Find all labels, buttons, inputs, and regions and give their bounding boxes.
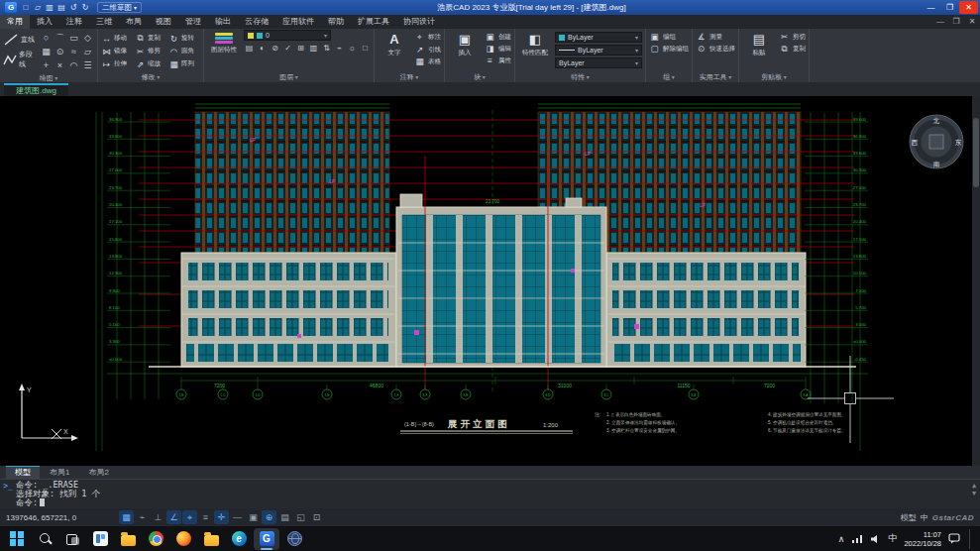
- ribbon-tab-插入[interactable]: 插入: [30, 15, 59, 29]
- modify-tool-阵列[interactable]: ▦阵列: [168, 57, 200, 70]
- save-icon[interactable]: ▥: [44, 3, 55, 12]
- compass-east-label[interactable]: 东: [955, 139, 962, 146]
- polar-toggle-icon[interactable]: ∠: [166, 510, 181, 524]
- drawing-canvas[interactable]: 36.90033.60030.30027.00023.70020.40017.1…: [0, 96, 980, 466]
- redo-icon[interactable]: ↻: [79, 3, 91, 12]
- draw-tool-icon-7[interactable]: ▱: [81, 46, 94, 58]
- compass-west-label[interactable]: 西: [911, 139, 919, 146]
- undo-icon[interactable]: ↺: [67, 3, 79, 12]
- compass-north-label[interactable]: 北: [933, 117, 940, 125]
- ribbon-tab-注释[interactable]: 注释: [59, 15, 89, 29]
- tool-编组[interactable]: ▣编组: [649, 32, 689, 42]
- draw-tool-icon-8[interactable]: +: [40, 59, 53, 72]
- ribbon-tab-布局[interactable]: 布局: [119, 15, 149, 29]
- text-tool-button[interactable]: A 文字: [378, 30, 411, 57]
- workspace-toggle-icon[interactable]: ◱: [293, 510, 308, 524]
- taskbar-clock[interactable]: 11:07 2022/10/28: [904, 530, 941, 548]
- layer-tool-icon-9[interactable]: □: [360, 43, 371, 54]
- panel-layers-label[interactable]: 图层: [207, 71, 371, 82]
- draw-tool-icon-2[interactable]: ▭: [67, 32, 80, 45]
- taskbar-widgets-button[interactable]: [87, 528, 113, 550]
- linetype-select[interactable]: ByLayer: [555, 45, 642, 55]
- draw-tool-icon-4[interactable]: ▦: [40, 46, 53, 58]
- layer-tool-icon-0[interactable]: ▤: [244, 43, 255, 54]
- command-line-panel[interactable]: >_ 命令: _.ERASE 选择对象: 找到 1 个 命令: ▲▼: [0, 479, 980, 508]
- ribbon-tab-应用软件[interactable]: 应用软件: [275, 15, 321, 29]
- vertical-scrollbar[interactable]: [972, 96, 980, 466]
- layer-properties-button[interactable]: 图层特性: [207, 30, 241, 55]
- tray-expand-icon[interactable]: ∧: [838, 534, 845, 544]
- restore-button[interactable]: ❐: [940, 1, 959, 14]
- ribbon-tab-扩展工具[interactable]: 扩展工具: [351, 15, 396, 29]
- draw-tool-icon-1[interactable]: ⌒: [54, 32, 66, 45]
- modify-tool-拉伸[interactable]: ↦拉伸: [101, 57, 133, 70]
- doc-minimize-button[interactable]: —: [932, 15, 948, 29]
- modify-tool-修剪[interactable]: ✂修剪: [135, 45, 166, 57]
- ribbon-tab-输出[interactable]: 输出: [208, 15, 238, 29]
- draw-tool-icon-11[interactable]: ☰: [81, 59, 94, 72]
- taskbar-start-button[interactable]: [4, 528, 30, 550]
- modify-tool-圆角[interactable]: ◠圆角: [168, 45, 200, 57]
- otrack-toggle-icon[interactable]: ≡: [198, 510, 213, 524]
- tool-解除编组[interactable]: ▢解除编组: [649, 44, 689, 54]
- draw-tool-icon-9[interactable]: ×: [54, 59, 66, 72]
- draw-tool-icon-6[interactable]: ≈: [67, 46, 80, 58]
- line-tool-button[interactable]: 直线: [3, 30, 37, 50]
- draw-tool-icon-5[interactable]: ⊙: [54, 46, 66, 58]
- modify-tool-旋转[interactable]: ↻旋转: [168, 32, 200, 45]
- document-tab[interactable]: 建筑图.dwg: [4, 83, 68, 96]
- scrollbar-thumb[interactable]: [973, 118, 979, 187]
- tool-标注[interactable]: ⌖标注: [414, 32, 441, 43]
- command-input-line[interactable]: 命令:: [16, 498, 968, 507]
- open-file-icon[interactable]: ▱: [32, 3, 44, 12]
- layer-tool-icon-1[interactable]: ◐: [257, 43, 268, 54]
- color-select[interactable]: ByLayer: [555, 32, 642, 43]
- ime-tray-indicator[interactable]: 中: [888, 532, 897, 545]
- tool-快速选择[interactable]: ⊙快速选择: [696, 44, 735, 54]
- transparency-toggle-icon[interactable]: ▣: [246, 510, 261, 524]
- panel-annotation-label[interactable]: 注释: [378, 71, 441, 82]
- taskbar-search-button[interactable]: [32, 528, 57, 550]
- dyn-input-toggle-icon[interactable]: ✛: [214, 510, 229, 524]
- isolate-toggle-icon[interactable]: ⊡: [309, 510, 324, 524]
- taskbar-chrome-button[interactable]: [143, 528, 168, 550]
- lineweight-toggle-icon[interactable]: —: [230, 510, 245, 524]
- tool-创建[interactable]: ▣创建: [485, 32, 511, 42]
- taskbar-browser-button[interactable]: [281, 528, 307, 550]
- layer-tool-icon-6[interactable]: ⇅: [321, 43, 332, 54]
- doc-close-button[interactable]: ✕: [964, 15, 980, 29]
- tool-测量[interactable]: ∡测量: [696, 32, 735, 42]
- tab-layout2[interactable]: 布局2: [79, 467, 117, 479]
- modify-tool-复制[interactable]: ⧉复制: [135, 32, 166, 45]
- paste-button[interactable]: ▤ 粘贴: [742, 30, 776, 57]
- new-file-icon[interactable]: □: [20, 3, 32, 12]
- compass-south-label[interactable]: 南: [933, 161, 940, 167]
- grid-toggle-icon[interactable]: ▦: [119, 510, 134, 524]
- draw-tool-icon-0[interactable]: ○: [40, 32, 53, 45]
- ribbon-tab-常用[interactable]: 常用: [0, 15, 30, 29]
- taskbar-task-view-button[interactable]: [59, 528, 85, 550]
- print-icon[interactable]: ▤: [55, 3, 67, 12]
- panel-utilities-label[interactable]: 实用工具: [696, 71, 735, 82]
- modify-tool-移动[interactable]: ↔移动: [101, 32, 133, 45]
- polyline-tool-button[interactable]: 多段线: [3, 50, 37, 69]
- close-button[interactable]: ✕: [959, 1, 978, 14]
- panel-draw-label[interactable]: 绘图: [3, 72, 94, 82]
- show-desktop-button[interactable]: [969, 529, 972, 549]
- volume-icon[interactable]: [870, 534, 881, 544]
- notification-icon[interactable]: [948, 533, 960, 544]
- draw-tool-icon-3[interactable]: ◇: [81, 32, 94, 45]
- layer-tool-icon-5[interactable]: ▥: [308, 43, 319, 54]
- lineweight-select[interactable]: ByLayer: [555, 57, 642, 68]
- annotation-scale-toggle-icon[interactable]: ▤: [277, 510, 292, 524]
- layer-select[interactable]: 0: [244, 30, 331, 41]
- match-properties-button[interactable]: ◧ 特性匹配: [518, 30, 552, 57]
- modify-tool-缩放[interactable]: ⇗缩放: [135, 57, 166, 70]
- network-signal-icon[interactable]: [851, 534, 863, 544]
- modify-tool-镜像[interactable]: ⋈镜像: [101, 45, 133, 57]
- layer-tool-icon-8[interactable]: ☼: [347, 43, 358, 54]
- tool-剪切[interactable]: ✂剪切: [779, 32, 806, 42]
- space-indicator[interactable]: 模型: [901, 512, 917, 523]
- panel-clipboard-label[interactable]: 剪贴板: [742, 71, 806, 82]
- tool-表格[interactable]: ▦表格: [414, 56, 441, 66]
